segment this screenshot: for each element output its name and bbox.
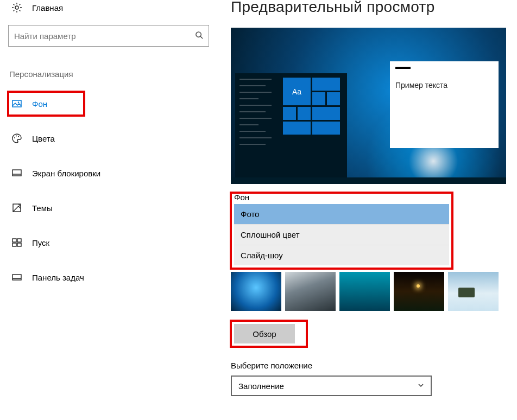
nav-item-label: Панель задач xyxy=(32,273,84,282)
svg-point-7 xyxy=(18,136,19,137)
search-icon xyxy=(195,31,203,41)
svg-rect-12 xyxy=(12,239,16,242)
fit-section: Выберите положение Заполнение xyxy=(231,361,513,396)
palette-icon xyxy=(11,133,22,144)
taskbar-icon xyxy=(11,272,22,283)
svg-point-1 xyxy=(196,32,201,37)
preview-taskbar xyxy=(231,177,506,184)
recent-image-2[interactable] xyxy=(285,272,336,311)
svg-rect-15 xyxy=(17,243,21,246)
preview-sample-text: Пример текста xyxy=(395,81,447,90)
recent-image-5[interactable] xyxy=(448,272,499,311)
settings-main: Предварительный просмотр Aa Пример текст… xyxy=(231,0,513,396)
nav-item-taskbar[interactable]: Панель задач xyxy=(8,265,212,289)
recent-image-1[interactable] xyxy=(231,272,281,311)
background-section-label: Фон xyxy=(234,193,449,202)
svg-rect-8 xyxy=(12,170,21,176)
preview-start-left xyxy=(235,73,283,177)
svg-point-0 xyxy=(15,6,18,9)
sidebar-category-title: Персонализация xyxy=(8,69,212,79)
chevron-down-icon xyxy=(418,382,424,390)
settings-sidebar: Главная Персонализация Фон xyxy=(8,0,212,289)
lockscreen-icon xyxy=(11,168,22,179)
svg-rect-14 xyxy=(12,243,16,246)
sidebar-nav-list: Фон Цвета Экран блокировки xyxy=(8,92,212,289)
svg-point-5 xyxy=(14,137,15,138)
nav-item-colors[interactable]: Цвета xyxy=(8,126,212,150)
background-dropdown-list[interactable]: Фото Сплошной цвет Слайд-шоу xyxy=(234,204,449,265)
nav-item-background[interactable]: Фон xyxy=(8,92,84,116)
nav-item-label: Экран блокировки xyxy=(32,169,100,178)
background-option-slideshow[interactable]: Слайд-шоу xyxy=(234,245,449,265)
browse-button-wrap: Обзор xyxy=(231,321,307,347)
fit-dropdown[interactable]: Заполнение xyxy=(231,376,432,396)
svg-line-2 xyxy=(200,36,203,39)
recent-images-strip xyxy=(231,272,513,311)
nav-item-label: Темы xyxy=(32,203,53,213)
background-option-solid[interactable]: Сплошной цвет xyxy=(234,224,449,245)
svg-point-4 xyxy=(18,101,19,103)
background-option-photo[interactable]: Фото xyxy=(234,204,449,224)
svg-point-6 xyxy=(16,136,17,137)
nav-item-start[interactable]: Пуск xyxy=(8,231,212,254)
preview-tile-aa: Aa xyxy=(283,78,311,105)
search-box[interactable] xyxy=(8,25,209,47)
nav-item-label: Цвета xyxy=(32,134,55,143)
recent-image-4[interactable] xyxy=(394,272,444,311)
nav-item-lockscreen[interactable]: Экран блокировки xyxy=(8,161,212,185)
svg-rect-16 xyxy=(12,275,21,280)
svg-rect-3 xyxy=(12,100,21,107)
preview-start-tiles: Aa xyxy=(283,73,343,177)
preview-sample-window: Пример текста xyxy=(390,61,499,148)
preview-start-panel: Aa xyxy=(235,73,347,177)
background-dropdown: Фон Фото Сплошной цвет Слайд-шоу xyxy=(231,193,452,269)
preview-window-accent-bar xyxy=(395,67,411,69)
preview-heading: Предварительный просмотр xyxy=(231,0,513,16)
nav-item-label: Фон xyxy=(32,99,47,109)
svg-rect-13 xyxy=(17,239,21,242)
gear-icon xyxy=(11,2,22,13)
nav-home-label: Главная xyxy=(32,3,63,12)
themes-icon xyxy=(11,202,22,213)
nav-item-themes[interactable]: Темы xyxy=(8,196,212,220)
fit-dropdown-value: Заполнение xyxy=(238,381,418,391)
picture-icon xyxy=(11,98,22,109)
nav-item-label: Пуск xyxy=(32,238,49,247)
start-icon xyxy=(11,237,22,248)
nav-home[interactable]: Главная xyxy=(8,0,212,18)
desktop-preview: Aa Пример текста xyxy=(231,28,506,184)
browse-button[interactable]: Обзор xyxy=(234,324,295,343)
search-input[interactable] xyxy=(14,31,195,41)
recent-image-3[interactable] xyxy=(339,272,390,311)
fit-label: Выберите положение xyxy=(231,361,513,370)
